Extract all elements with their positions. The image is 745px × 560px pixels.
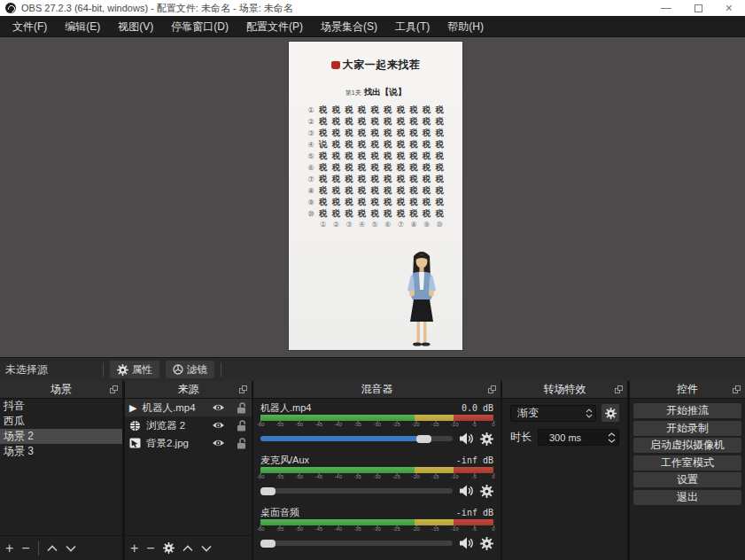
- add-scene-button[interactable]: +: [5, 541, 13, 556]
- scene-item-3[interactable]: 场景 2: [0, 429, 122, 444]
- mixer-gear-icon[interactable]: [480, 537, 493, 550]
- program-canvas[interactable]: 大家一起来找茬 第1关找出【说】 ①税税税税税税税税税税②税税税税税税税税税税③…: [289, 42, 462, 350]
- menu-item-8[interactable]: 帮助(H): [438, 16, 493, 37]
- mixer-channel-name: 麦克风/Aux: [260, 454, 309, 467]
- col-label: ⑥: [382, 221, 395, 229]
- grid-char: 税: [369, 116, 382, 128]
- source-item-2[interactable]: 浏览器 2: [125, 416, 252, 434]
- properties-button[interactable]: 属性: [110, 361, 159, 378]
- move-source-up-button[interactable]: [182, 545, 193, 552]
- source-name: 浏览器 2: [146, 419, 206, 432]
- maximize-button[interactable]: [695, 4, 702, 12]
- control-button-3[interactable]: 启动虚拟摄像机: [633, 438, 741, 453]
- spinbox-arrows-icon[interactable]: [607, 432, 618, 443]
- scenes-panel-title: 场景: [50, 382, 72, 397]
- add-source-button[interactable]: +: [130, 541, 138, 556]
- visibility-eye-icon[interactable]: [212, 439, 225, 447]
- mixer-channel-db: 0.0 dB: [462, 403, 493, 413]
- lock-icon[interactable]: [237, 402, 247, 414]
- grid-char: 税: [433, 208, 446, 220]
- control-button-5[interactable]: 设置: [633, 472, 741, 487]
- sources-panel: 来源 ▶机器人.mp4浏览器 2背景2.jpg + −: [125, 381, 252, 560]
- volume-slider[interactable]: [260, 432, 453, 446]
- mute-speaker-icon[interactable]: [459, 485, 474, 497]
- grid-char: 税: [355, 139, 369, 151]
- mixer-gear-icon[interactable]: [480, 485, 493, 498]
- popout-icon[interactable]: [239, 385, 248, 394]
- source-item-3[interactable]: 背景2.jpg: [125, 434, 252, 452]
- volume-slider[interactable]: [260, 536, 453, 550]
- lock-icon[interactable]: [237, 420, 247, 432]
- menu-item-4[interactable]: 停靠窗口(D): [162, 16, 237, 37]
- slider-handle[interactable]: [260, 487, 275, 495]
- dock: 场景 抖音西瓜场景 2场景 3 + − 来源 ▶机器人.mp4浏览器 2背景2.…: [0, 381, 745, 560]
- move-scene-up-button[interactable]: [47, 545, 58, 552]
- control-button-6[interactable]: 退出: [633, 490, 741, 505]
- source-properties-button[interactable]: [163, 542, 175, 554]
- menu-item-6[interactable]: 场景集合(S): [312, 16, 386, 37]
- volume-slider[interactable]: [260, 484, 453, 498]
- scene-item-2[interactable]: 西瓜: [0, 414, 122, 429]
- grid-char: 税: [394, 128, 407, 139]
- menu-item-5[interactable]: 配置文件(P): [237, 16, 312, 37]
- transition-select[interactable]: 渐变: [510, 405, 596, 422]
- duration-spinbox[interactable]: 300 ms: [538, 429, 619, 446]
- grid-char: 税: [355, 197, 369, 208]
- grid-char: 税: [355, 208, 369, 220]
- popout-icon[interactable]: [110, 385, 119, 394]
- lock-icon[interactable]: [237, 438, 247, 449]
- menu-item-2[interactable]: 编辑(E): [56, 16, 109, 37]
- mixer-panel-title: 混音器: [361, 382, 393, 397]
- filters-button[interactable]: 滤镜: [166, 361, 214, 378]
- grid-char: 税: [317, 162, 330, 174]
- source-item-1[interactable]: ▶机器人.mp4: [125, 399, 252, 416]
- grid-char: 税: [394, 174, 407, 185]
- mixer-gear-icon[interactable]: [480, 432, 493, 446]
- tick-label: -15: [431, 526, 439, 532]
- menu-item-1[interactable]: 文件(F): [4, 16, 56, 37]
- control-button-2[interactable]: 开始录制: [633, 421, 741, 436]
- menu-item-3[interactable]: 视图(V): [109, 16, 162, 37]
- grid-char: 税: [317, 151, 330, 162]
- grid-char: 税: [394, 185, 407, 197]
- slider-handle[interactable]: [416, 435, 431, 443]
- move-source-down-button[interactable]: [201, 545, 212, 552]
- move-scene-down-button[interactable]: [66, 545, 76, 552]
- tick-label: -40: [334, 422, 342, 427]
- grid-char: 税: [369, 139, 382, 151]
- control-button-4[interactable]: 工作室模式: [633, 455, 741, 471]
- row-label: ⑤: [306, 152, 317, 160]
- grid-char: 税: [433, 105, 446, 116]
- tick-label: -5: [471, 526, 476, 532]
- remove-source-button[interactable]: −: [146, 541, 154, 556]
- grid-row-8: ⑧税税税税税税税税税税: [289, 185, 462, 197]
- slider-handle[interactable]: [260, 540, 275, 548]
- volume-meter: [260, 519, 493, 525]
- tick-label: -55: [276, 526, 284, 532]
- grid-char: 税: [330, 116, 343, 128]
- tick-label: -55: [276, 422, 284, 427]
- tick-label: -60: [257, 474, 265, 479]
- popout-icon[interactable]: [488, 385, 497, 394]
- visibility-eye-icon[interactable]: [212, 421, 225, 430]
- popout-icon[interactable]: [615, 385, 624, 394]
- mute-speaker-icon[interactable]: [459, 537, 474, 549]
- grid-char: 税: [317, 185, 330, 197]
- scene-item-1[interactable]: 抖音: [0, 399, 122, 414]
- menu-item-7[interactable]: 工具(T): [386, 16, 438, 37]
- remove-scene-button[interactable]: −: [21, 541, 29, 556]
- control-button-1[interactable]: 开始推流: [633, 403, 741, 418]
- minimize-button[interactable]: —: [661, 3, 671, 13]
- transition-properties-button[interactable]: [601, 404, 619, 422]
- visibility-eye-icon[interactable]: [212, 403, 225, 412]
- grid-char: 税: [355, 151, 369, 162]
- popout-icon[interactable]: [733, 385, 741, 394]
- grid-char: 税: [382, 151, 395, 162]
- controls-body: 开始推流开始录制启动虚拟摄像机工作室模式设置退出: [630, 399, 745, 560]
- preview-area: 大家一起来找茬 第1关找出【说】 ①税税税税税税税税税税②税税税税税税税税税税③…: [0, 37, 745, 357]
- grid-char: 税: [382, 105, 395, 116]
- mute-speaker-icon[interactable]: [459, 432, 474, 445]
- grid-row-2: ②税税税税税税税税税税: [289, 116, 462, 128]
- close-button[interactable]: ×: [726, 3, 733, 13]
- scene-item-4[interactable]: 场景 3: [0, 444, 122, 459]
